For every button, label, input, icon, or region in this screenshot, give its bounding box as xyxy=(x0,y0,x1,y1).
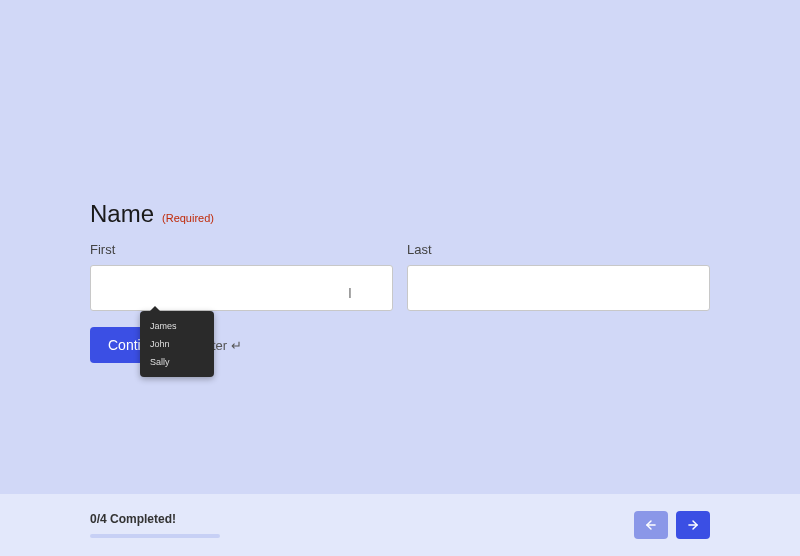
fields-row: First Last xyxy=(90,242,710,311)
autocomplete-dropdown: James John Sally xyxy=(140,311,214,377)
footer-bar: 0/4 Completed! xyxy=(0,494,800,556)
nav-buttons xyxy=(634,511,710,539)
last-name-input[interactable] xyxy=(407,265,710,311)
autocomplete-item[interactable]: John xyxy=(140,335,214,353)
last-name-field-wrap: Last xyxy=(407,242,710,311)
title-row: Name (Required) xyxy=(90,200,710,228)
autocomplete-item[interactable]: Sally xyxy=(140,353,214,371)
arrow-left-icon xyxy=(644,518,658,532)
progress-text: 0/4 Completed! xyxy=(90,512,634,526)
autocomplete-item[interactable]: James xyxy=(140,317,214,335)
arrow-right-icon xyxy=(686,518,700,532)
enter-key-icon: ↵ xyxy=(231,338,242,353)
first-name-field-wrap: First xyxy=(90,242,393,311)
next-button[interactable] xyxy=(676,511,710,539)
first-name-input[interactable] xyxy=(90,265,393,311)
first-name-label: First xyxy=(90,242,393,257)
prev-button[interactable] xyxy=(634,511,668,539)
required-indicator: (Required) xyxy=(162,212,214,224)
progress-bar xyxy=(90,534,220,538)
progress-wrap: 0/4 Completed! xyxy=(90,512,634,538)
form-title: Name xyxy=(90,200,154,228)
last-name-label: Last xyxy=(407,242,710,257)
